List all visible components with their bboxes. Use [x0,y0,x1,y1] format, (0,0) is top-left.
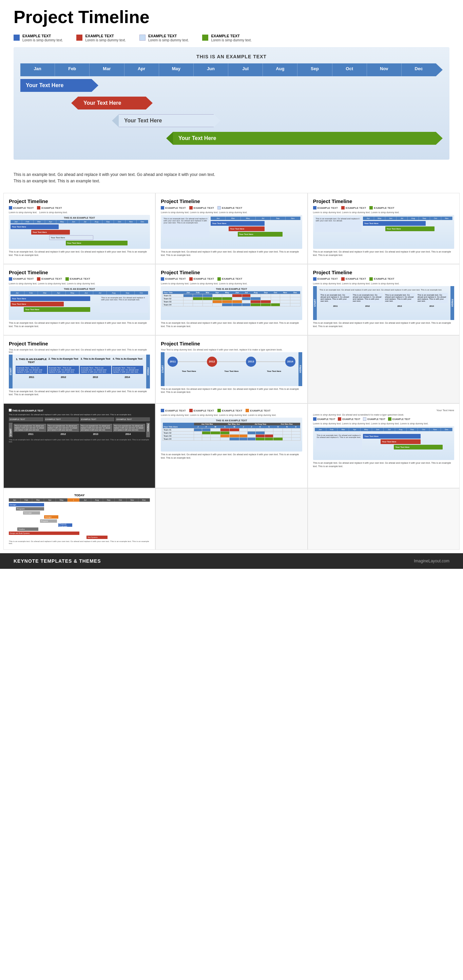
main-timeline-container: THIS IS AN EXAMPLE TEXT Jan Feb Mar Apr … [14,47,449,160]
legend-text-2: EXAMPLE TEXT Lorem is simp dummy text. [85,34,126,42]
large-thumb-grid: THIS IS AN EXAMPLE TEXT This is an examp… [0,403,463,488]
month-bar-arrow [436,64,443,76]
month-aug: Aug [263,64,297,76]
legend-color-red [76,35,82,41]
thumb-4: Project Timeline EXAMPLE TEXT EXAMPLE TE… [3,264,155,335]
thumb-1-sub: Lorem is simp dummy text. Lorem is simp … [9,211,150,213]
table-row: Team 02 [163,431,300,434]
bar-blue-tip [92,79,98,92]
page-title: Project Timeline [0,0,463,30]
bottom-cell-3 [308,488,460,550]
timeline-row-3: Your Text Here [20,114,443,130]
month-jan: Jan [20,64,55,76]
bar-red-tip [146,97,153,110]
timeline-row-2: Your Text Here [20,97,443,112]
legend-color-lightblue [139,35,145,41]
thumb-2: Project Timeline EXAMPLE TEXT EXAMPLE TE… [155,193,307,264]
footer-right-text: ImagineLayout.com [414,558,449,563]
bottom-cell-1: TODAY Jan Feb Mar Apr May | Jul Aug Sep … [3,488,155,550]
gantt-table: Your Title JanFebMarAprMayJunJulAugSepOc… [163,291,300,307]
bar-green-tip [436,132,443,145]
thumb-6: Project Timeline EXAMPLE TEXT EXAMPLE TE… [308,264,460,335]
large-thumb-3: Your Text Here Lorem is simp dummy text.… [308,403,460,488]
legend-row: EXAMPLE TEXT Lorem is simp dummy text. E… [0,30,463,47]
bar-lightblue-tip [214,114,220,127]
month-dec: Dec [402,64,436,76]
bottom-grid: TODAY Jan Feb Mar Apr May | Jul Aug Sep … [0,488,463,550]
footer-left-text: KEYNOTE TEMPLATES & THEMES [14,558,101,564]
legend-text-3: EXAMPLE TEXT Lorem is simp dummy text. [148,34,188,42]
month-oct: Oct [332,64,367,76]
large-thumb-2: EXAMPLE TEXT EXAMPLE TEXT EXAMPLE TEXT E… [155,403,307,488]
page-footer: KEYNOTE TEMPLATES & THEMES ImagineLayout… [0,553,463,569]
thumbnail-grid-row1: Project Timeline EXAMPLE TEXT EXAMPLE TE… [0,193,463,264]
thumb-3: Project Timeline EXAMPLE TEXT EXAMPLE TE… [308,193,460,264]
thumb-2-title: Project Timeline [161,198,302,204]
description-text: This is an example text. Go ahead and re… [0,167,238,193]
month-jul: Jul [228,64,263,76]
large-thumb-1: THIS IS AN EXAMPLE TEXT This is an examp… [3,403,155,488]
bar-blue-body: Your Text Here [20,79,92,92]
timeline-rows: Your Text Here Your Text Here Your Text … [20,79,443,148]
month-sep: Sep [297,64,332,76]
thumbnail-grid-row3: Project Timeline This is an example text… [0,335,463,404]
month-may: May [159,64,194,76]
legend-item-4: EXAMPLE TEXT Lorem is simp dummy text. [202,34,251,42]
table-row: Team 01 [163,428,300,431]
thumb-5: Project Timeline EXAMPLE TEXT EXAMPLE TE… [155,264,307,335]
timeline-row-4: Your Text Here [20,132,443,148]
bar-lightblue: Your Text Here [112,114,220,127]
month-bar: Jan Feb Mar Apr May Jun Jul Aug Sep Oct … [20,64,436,76]
today-month-bar: Jan Feb Mar Apr May | Jul Aug Sep Oct No… [9,498,150,502]
thumbnail-grid-row2: Project Timeline EXAMPLE TEXT EXAMPLE TE… [0,264,463,335]
legend-color-blue [14,35,20,41]
main-timeline-title: THIS IS AN EXAMPLE TEXT [20,54,443,59]
bar-lightblue-body: Your Text Here [119,114,214,127]
bar-red-tail [71,97,78,110]
table-row: Team 03 [163,434,300,438]
table-row: Team 02 [163,297,300,300]
bar-green-body: Your Text Here [173,132,436,145]
legend-item-1: EXAMPLE TEXT Lorem is simp dummy text. [14,34,63,42]
legend-color-green [202,35,208,41]
thumb-1-legend: EXAMPLE TEXT EXAMPLE TEXT [9,206,150,210]
month-mar: Mar [89,64,124,76]
legend-item-3: EXAMPLE TEXT Lorem is simp dummy text. [139,34,188,42]
legend-item-2: EXAMPLE TEXT Lorem is simp dummy text. [76,34,126,42]
month-bar-wrapper: Jan Feb Mar Apr May Jun Jul Aug Sep Oct … [20,64,443,76]
month-apr: Apr [125,64,159,76]
month-nov: Nov [367,64,402,76]
bar-blue: Your Text Here [20,79,98,92]
bar-green-tail [166,132,173,145]
legend-text-1: EXAMPLE TEXT Lorem is simp dummy text. [22,34,63,42]
timeline-row-1: Your Text Here [20,79,443,95]
table-row: Team 04 [163,438,300,441]
bar-red: Your Text Here [71,97,153,110]
bar-lightblue-tail [112,114,119,127]
thumb-1-content: THIS IS AN EXAMPLE TEXT JanFebMarAprMayJ… [9,215,150,249]
month-feb: Feb [55,64,89,76]
thumb-7: Project Timeline This is an example text… [3,335,155,404]
thumb-1-title: Project Timeline [9,198,150,204]
table-row: Team 03 [163,300,300,303]
thumb-1: Project Timeline EXAMPLE TEXT EXAMPLE TE… [3,193,155,264]
month-jun: Jun [194,64,228,76]
table-row: Team 01 [163,294,300,297]
legend-text-4: EXAMPLE TEXT Lorem is simp dummy text. [211,34,251,42]
table-row: Team 04 [163,303,300,306]
bottom-cell-2 [155,488,307,550]
thumb-empty [308,335,460,404]
today-label: TODAY [9,493,150,497]
bar-green: Your Text Here [166,132,443,145]
bar-red-body: Your Text Here [78,97,146,110]
thumb-8: Project Timeline Your Text is simp dummy… [155,335,307,404]
